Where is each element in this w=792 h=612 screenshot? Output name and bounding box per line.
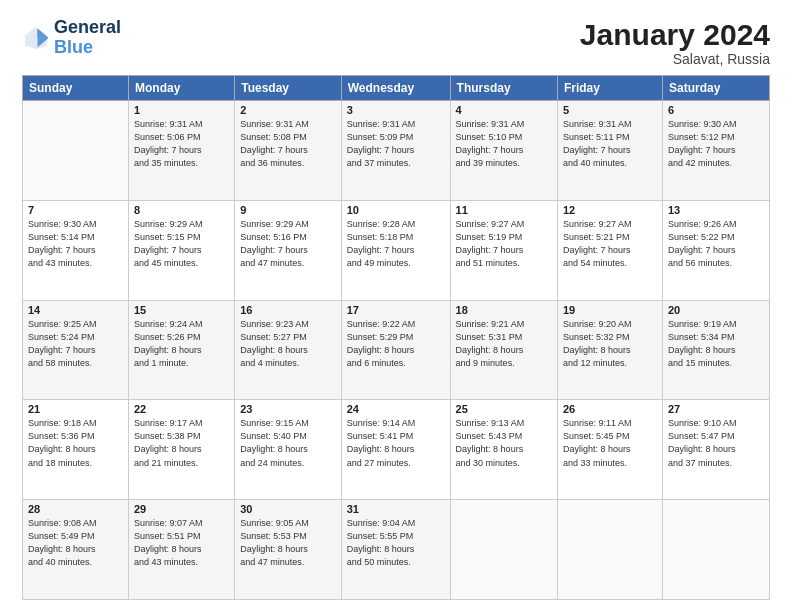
day-info-16: Sunrise: 9:23 AMSunset: 5:27 PMDaylight:… xyxy=(240,318,336,370)
cell-w4-d3: 23Sunrise: 9:15 AMSunset: 5:40 PMDayligh… xyxy=(235,400,342,500)
cell-w2-d4: 10Sunrise: 9:28 AMSunset: 5:18 PMDayligh… xyxy=(341,200,450,300)
cell-w5-d4: 31Sunrise: 9:04 AMSunset: 5:55 PMDayligh… xyxy=(341,500,450,600)
day-info-3: Sunrise: 9:31 AMSunset: 5:09 PMDaylight:… xyxy=(347,118,445,170)
logo: General Blue xyxy=(22,18,121,58)
cell-w1-d3: 2Sunrise: 9:31 AMSunset: 5:08 PMDaylight… xyxy=(235,101,342,201)
cell-w3-d1: 14Sunrise: 9:25 AMSunset: 5:24 PMDayligh… xyxy=(23,300,129,400)
logo-line2: Blue xyxy=(54,37,93,57)
cell-w5-d2: 29Sunrise: 9:07 AMSunset: 5:51 PMDayligh… xyxy=(128,500,234,600)
day-info-24: Sunrise: 9:14 AMSunset: 5:41 PMDaylight:… xyxy=(347,417,445,469)
day-number-1: 1 xyxy=(134,104,229,116)
day-number-12: 12 xyxy=(563,204,657,216)
week-row-3: 14Sunrise: 9:25 AMSunset: 5:24 PMDayligh… xyxy=(23,300,770,400)
cell-w1-d2: 1Sunrise: 9:31 AMSunset: 5:06 PMDaylight… xyxy=(128,101,234,201)
day-number-31: 31 xyxy=(347,503,445,515)
day-number-15: 15 xyxy=(134,304,229,316)
day-info-19: Sunrise: 9:20 AMSunset: 5:32 PMDaylight:… xyxy=(563,318,657,370)
cell-w3-d2: 15Sunrise: 9:24 AMSunset: 5:26 PMDayligh… xyxy=(128,300,234,400)
day-info-25: Sunrise: 9:13 AMSunset: 5:43 PMDaylight:… xyxy=(456,417,552,469)
calendar-header: Sunday Monday Tuesday Wednesday Thursday… xyxy=(23,76,770,101)
day-info-14: Sunrise: 9:25 AMSunset: 5:24 PMDaylight:… xyxy=(28,318,123,370)
day-info-18: Sunrise: 9:21 AMSunset: 5:31 PMDaylight:… xyxy=(456,318,552,370)
cell-w2-d3: 9Sunrise: 9:29 AMSunset: 5:16 PMDaylight… xyxy=(235,200,342,300)
cell-w1-d4: 3Sunrise: 9:31 AMSunset: 5:09 PMDaylight… xyxy=(341,101,450,201)
day-info-31: Sunrise: 9:04 AMSunset: 5:55 PMDaylight:… xyxy=(347,517,445,569)
header-row: Sunday Monday Tuesday Wednesday Thursday… xyxy=(23,76,770,101)
day-number-10: 10 xyxy=(347,204,445,216)
day-info-21: Sunrise: 9:18 AMSunset: 5:36 PMDaylight:… xyxy=(28,417,123,469)
day-info-17: Sunrise: 9:22 AMSunset: 5:29 PMDaylight:… xyxy=(347,318,445,370)
cell-w5-d5 xyxy=(450,500,557,600)
cell-w4-d5: 25Sunrise: 9:13 AMSunset: 5:43 PMDayligh… xyxy=(450,400,557,500)
day-number-3: 3 xyxy=(347,104,445,116)
cell-w3-d5: 18Sunrise: 9:21 AMSunset: 5:31 PMDayligh… xyxy=(450,300,557,400)
cell-w1-d7: 6Sunrise: 9:30 AMSunset: 5:12 PMDaylight… xyxy=(662,101,769,201)
day-number-5: 5 xyxy=(563,104,657,116)
day-info-29: Sunrise: 9:07 AMSunset: 5:51 PMDaylight:… xyxy=(134,517,229,569)
day-number-6: 6 xyxy=(668,104,764,116)
logo-line1: General xyxy=(54,18,121,38)
col-wednesday: Wednesday xyxy=(341,76,450,101)
day-number-30: 30 xyxy=(240,503,336,515)
cell-w2-d7: 13Sunrise: 9:26 AMSunset: 5:22 PMDayligh… xyxy=(662,200,769,300)
day-info-20: Sunrise: 9:19 AMSunset: 5:34 PMDaylight:… xyxy=(668,318,764,370)
cell-w1-d1 xyxy=(23,101,129,201)
day-number-24: 24 xyxy=(347,403,445,415)
day-number-19: 19 xyxy=(563,304,657,316)
page: General Blue January 2024 Salavat, Russi… xyxy=(0,0,792,612)
cell-w5-d1: 28Sunrise: 9:08 AMSunset: 5:49 PMDayligh… xyxy=(23,500,129,600)
cell-w4-d7: 27Sunrise: 9:10 AMSunset: 5:47 PMDayligh… xyxy=(662,400,769,500)
day-info-26: Sunrise: 9:11 AMSunset: 5:45 PMDaylight:… xyxy=(563,417,657,469)
cell-w3-d3: 16Sunrise: 9:23 AMSunset: 5:27 PMDayligh… xyxy=(235,300,342,400)
cell-w2-d5: 11Sunrise: 9:27 AMSunset: 5:19 PMDayligh… xyxy=(450,200,557,300)
day-info-8: Sunrise: 9:29 AMSunset: 5:15 PMDaylight:… xyxy=(134,218,229,270)
day-number-18: 18 xyxy=(456,304,552,316)
day-number-28: 28 xyxy=(28,503,123,515)
week-row-2: 7Sunrise: 9:30 AMSunset: 5:14 PMDaylight… xyxy=(23,200,770,300)
cell-w5-d3: 30Sunrise: 9:05 AMSunset: 5:53 PMDayligh… xyxy=(235,500,342,600)
day-info-30: Sunrise: 9:05 AMSunset: 5:53 PMDaylight:… xyxy=(240,517,336,569)
day-info-1: Sunrise: 9:31 AMSunset: 5:06 PMDaylight:… xyxy=(134,118,229,170)
col-saturday: Saturday xyxy=(662,76,769,101)
cell-w1-d5: 4Sunrise: 9:31 AMSunset: 5:10 PMDaylight… xyxy=(450,101,557,201)
day-info-4: Sunrise: 9:31 AMSunset: 5:10 PMDaylight:… xyxy=(456,118,552,170)
day-number-20: 20 xyxy=(668,304,764,316)
calendar-body: 1Sunrise: 9:31 AMSunset: 5:06 PMDaylight… xyxy=(23,101,770,600)
day-number-17: 17 xyxy=(347,304,445,316)
day-info-11: Sunrise: 9:27 AMSunset: 5:19 PMDaylight:… xyxy=(456,218,552,270)
logo-icon xyxy=(22,24,50,52)
day-info-23: Sunrise: 9:15 AMSunset: 5:40 PMDaylight:… xyxy=(240,417,336,469)
day-number-23: 23 xyxy=(240,403,336,415)
day-info-7: Sunrise: 9:30 AMSunset: 5:14 PMDaylight:… xyxy=(28,218,123,270)
day-number-11: 11 xyxy=(456,204,552,216)
day-info-12: Sunrise: 9:27 AMSunset: 5:21 PMDaylight:… xyxy=(563,218,657,270)
cell-w5-d7 xyxy=(662,500,769,600)
header: General Blue January 2024 Salavat, Russi… xyxy=(22,18,770,67)
week-row-1: 1Sunrise: 9:31 AMSunset: 5:06 PMDaylight… xyxy=(23,101,770,201)
month-title: January 2024 xyxy=(580,18,770,51)
col-friday: Friday xyxy=(557,76,662,101)
calendar-table: Sunday Monday Tuesday Wednesday Thursday… xyxy=(22,75,770,600)
day-info-13: Sunrise: 9:26 AMSunset: 5:22 PMDaylight:… xyxy=(668,218,764,270)
cell-w4-d2: 22Sunrise: 9:17 AMSunset: 5:38 PMDayligh… xyxy=(128,400,234,500)
day-number-9: 9 xyxy=(240,204,336,216)
day-number-7: 7 xyxy=(28,204,123,216)
day-number-25: 25 xyxy=(456,403,552,415)
day-number-22: 22 xyxy=(134,403,229,415)
cell-w4-d1: 21Sunrise: 9:18 AMSunset: 5:36 PMDayligh… xyxy=(23,400,129,500)
day-info-9: Sunrise: 9:29 AMSunset: 5:16 PMDaylight:… xyxy=(240,218,336,270)
day-number-14: 14 xyxy=(28,304,123,316)
week-row-4: 21Sunrise: 9:18 AMSunset: 5:36 PMDayligh… xyxy=(23,400,770,500)
day-number-29: 29 xyxy=(134,503,229,515)
day-number-27: 27 xyxy=(668,403,764,415)
day-info-22: Sunrise: 9:17 AMSunset: 5:38 PMDaylight:… xyxy=(134,417,229,469)
week-row-5: 28Sunrise: 9:08 AMSunset: 5:49 PMDayligh… xyxy=(23,500,770,600)
day-number-13: 13 xyxy=(668,204,764,216)
day-number-21: 21 xyxy=(28,403,123,415)
day-info-2: Sunrise: 9:31 AMSunset: 5:08 PMDaylight:… xyxy=(240,118,336,170)
cell-w3-d6: 19Sunrise: 9:20 AMSunset: 5:32 PMDayligh… xyxy=(557,300,662,400)
day-info-28: Sunrise: 9:08 AMSunset: 5:49 PMDaylight:… xyxy=(28,517,123,569)
day-number-4: 4 xyxy=(456,104,552,116)
title-section: January 2024 Salavat, Russia xyxy=(580,18,770,67)
col-sunday: Sunday xyxy=(23,76,129,101)
